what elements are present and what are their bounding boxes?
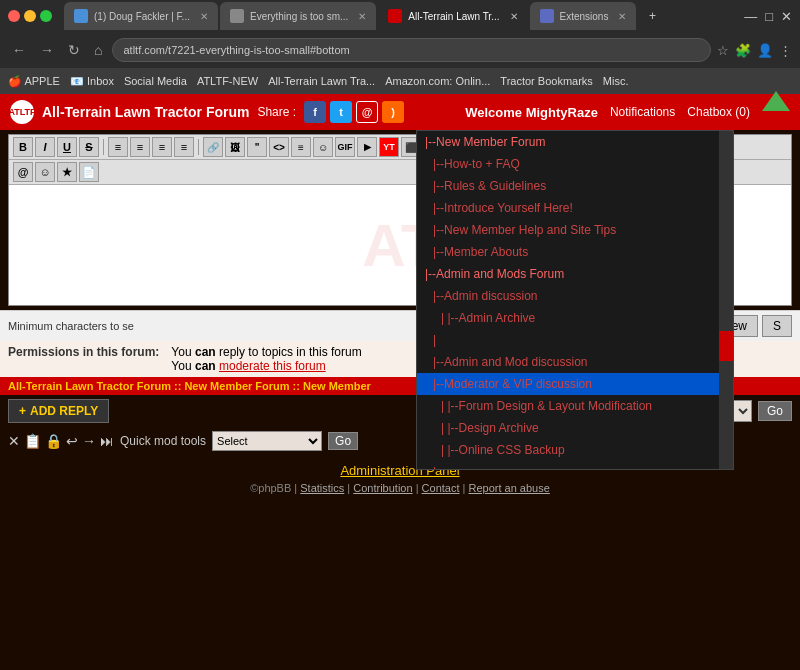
dropdown-item-admin-mods[interactable]: |--Admin and Mods Forum xyxy=(417,263,733,285)
dropdown-item-design-archive[interactable]: | |--Design Archive xyxy=(417,417,733,439)
forward-btn[interactable]: → xyxy=(36,40,58,60)
bookmark-star-icon[interactable]: ☆ xyxy=(717,43,729,58)
underline-btn[interactable]: U xyxy=(57,137,77,157)
profile-icon[interactable]: 👤 xyxy=(757,43,773,58)
code-btn[interactable]: <> xyxy=(269,137,289,157)
tab-favicon-3 xyxy=(388,9,402,23)
video-btn[interactable]: ▶ xyxy=(357,137,377,157)
facebook-icon[interactable]: f xyxy=(304,101,326,123)
dropdown-item-admin-discussion[interactable]: |--Admin discussion xyxy=(417,285,733,307)
dropdown-item-member-abouts[interactable]: |--Member Abouts xyxy=(417,241,733,263)
dropdown-item-moderator-vip[interactable]: |--Moderator & VIP discussion xyxy=(417,373,733,395)
tab-2[interactable]: Everything is too sm... ✕ xyxy=(220,2,376,30)
bookmark-lawn[interactable]: All-Terrain Lawn Tra... xyxy=(268,75,375,87)
mod-icon-skip[interactable]: ⏭ xyxy=(100,433,114,449)
mod-icon-lock[interactable]: 🔒 xyxy=(45,433,62,449)
tab-1[interactable]: (1) Doug Fackler | F... ✕ xyxy=(64,2,218,30)
strike-btn[interactable]: S xyxy=(79,137,99,157)
dropdown-item-newmember-help[interactable]: |--New Member Help and Site Tips xyxy=(417,219,733,241)
tab-close-2[interactable]: ✕ xyxy=(358,11,366,22)
dropdown-item-introduce[interactable]: |--Introduce Yourself Here! xyxy=(417,197,733,219)
address-input[interactable] xyxy=(112,38,711,62)
scroll-up-arrow[interactable] xyxy=(762,91,790,111)
star-btn[interactable]: ★ xyxy=(57,162,77,182)
align-center-btn[interactable]: ≡ xyxy=(130,137,150,157)
dropdown-item-forum-design[interactable]: | |--Forum Design & Layout Modification xyxy=(417,395,733,417)
twitter-icon[interactable]: t xyxy=(330,101,352,123)
report-abuse-link[interactable]: Report an abuse xyxy=(469,482,550,494)
maximize-window-btn[interactable] xyxy=(40,10,52,22)
browser-titlebar: (1) Doug Fackler | F... ✕ Everything is … xyxy=(0,0,800,32)
mod-icon-clipboard[interactable]: 📋 xyxy=(24,433,41,449)
close-btn[interactable]: ✕ xyxy=(781,9,792,24)
menu-icon[interactable]: ⋮ xyxy=(779,43,792,58)
chatbox-btn[interactable]: Chatbox (0) xyxy=(687,105,750,119)
emoji-btn[interactable]: ☺ xyxy=(313,137,333,157)
quick-mod-label: Quick mod tools xyxy=(120,434,206,448)
back-btn[interactable]: ← xyxy=(8,40,30,60)
bookmark-apple[interactable]: 🍎 APPLE xyxy=(8,75,60,88)
quick-mod-select[interactable]: Select xyxy=(212,431,322,451)
new-tab-btn[interactable]: + xyxy=(638,2,666,30)
divider2 xyxy=(198,139,199,155)
quick-mod-go-btn[interactable]: Go xyxy=(328,432,358,450)
mod-icon-back[interactable]: ↩ xyxy=(66,433,78,449)
site-logo: ATLTF xyxy=(10,100,34,124)
tab-label-2: Everything is too sm... xyxy=(250,11,348,22)
quote-btn[interactable]: " xyxy=(247,137,267,157)
bookmark-tractor[interactable]: Tractor Bookmarks xyxy=(500,75,593,87)
notifications-btn[interactable]: Notifications xyxy=(610,105,675,119)
add-reply-btn[interactable]: + ADD REPLY xyxy=(8,399,109,423)
statistics-link[interactable]: Statistics xyxy=(300,482,344,494)
bookmark-atltf[interactable]: ATLTF-NEW xyxy=(197,75,258,87)
dropdown-item-howto[interactable]: |--How-to + FAQ xyxy=(417,153,733,175)
close-window-btn[interactable] xyxy=(8,10,20,22)
submit-btn[interactable]: S xyxy=(762,315,792,337)
contact-link[interactable]: Contact xyxy=(422,482,460,494)
gif-btn[interactable]: GIF xyxy=(335,137,355,157)
dropdown-item-css-backup[interactable]: | |--Online CSS Backup xyxy=(417,439,733,461)
email-icon[interactable]: @ xyxy=(356,101,378,123)
extensions-icon[interactable]: 🧩 xyxy=(735,43,751,58)
minimize-btn[interactable]: — xyxy=(744,9,757,24)
tab-3[interactable]: All-Terrain Lawn Tr... ✕ xyxy=(378,2,527,30)
social-icons: f t @ ) xyxy=(304,101,404,123)
dropdown-item-new-member-forum[interactable]: |--New Member Forum xyxy=(417,131,733,153)
image-btn[interactable]: 🖼 xyxy=(225,137,245,157)
mention-btn[interactable]: @ xyxy=(13,162,33,182)
forum-dropdown: |--New Member Forum |--How-to + FAQ |--R… xyxy=(416,130,734,470)
home-btn[interactable]: ⌂ xyxy=(90,40,106,60)
attach-btn[interactable]: 📄 xyxy=(79,162,99,182)
align-left-btn[interactable]: ≡ xyxy=(108,137,128,157)
contribution-link[interactable]: Contribution xyxy=(353,482,412,494)
dropdown-item-rules[interactable]: |--Rules & Guidelines xyxy=(417,175,733,197)
list-btn[interactable]: ≡ xyxy=(291,137,311,157)
tab-close-1[interactable]: ✕ xyxy=(200,11,208,22)
mod-icon-forward[interactable]: → xyxy=(82,433,96,449)
bookmark-inbox[interactable]: 📧 Inbox xyxy=(70,75,114,88)
minimize-window-btn[interactable] xyxy=(24,10,36,22)
rss-icon[interactable]: ) xyxy=(382,101,404,123)
mod-icon-x[interactable]: ✕ xyxy=(8,433,20,449)
smiley-btn[interactable]: ☺ xyxy=(35,162,55,182)
italic-btn[interactable]: I xyxy=(35,137,55,157)
link-btn[interactable]: 🔗 xyxy=(203,137,223,157)
moderate-link[interactable]: moderate this forum xyxy=(219,359,326,373)
bookmark-amazon[interactable]: Amazon.com: Onlin... xyxy=(385,75,490,87)
breadcrumb-text[interactable]: All-Terrain Lawn Tractor Forum :: New Me… xyxy=(8,380,371,392)
tab-close-4[interactable]: ✕ xyxy=(618,11,626,22)
dropdown-item-admin-mod-discussion[interactable]: |--Admin and Mod discussion xyxy=(417,351,733,373)
restore-btn[interactable]: □ xyxy=(765,9,773,24)
dropdown-item-admin-archive[interactable]: | |--Admin Archive xyxy=(417,307,733,329)
dropdown-scrollbar[interactable] xyxy=(719,131,733,469)
bookmark-misc[interactable]: Misc. xyxy=(603,75,629,87)
bookmark-social[interactable]: Social Media xyxy=(124,75,187,87)
jump-go-btn[interactable]: Go xyxy=(758,401,792,421)
tab-4[interactable]: Extensions ✕ xyxy=(530,2,637,30)
align-right-btn[interactable]: ≡ xyxy=(152,137,172,157)
refresh-btn[interactable]: ↻ xyxy=(64,40,84,60)
bold-btn[interactable]: B xyxy=(13,137,33,157)
align-justify-btn[interactable]: ≡ xyxy=(174,137,194,157)
tab-close-3[interactable]: ✕ xyxy=(510,11,518,22)
youtube-btn[interactable]: YT xyxy=(379,137,399,157)
